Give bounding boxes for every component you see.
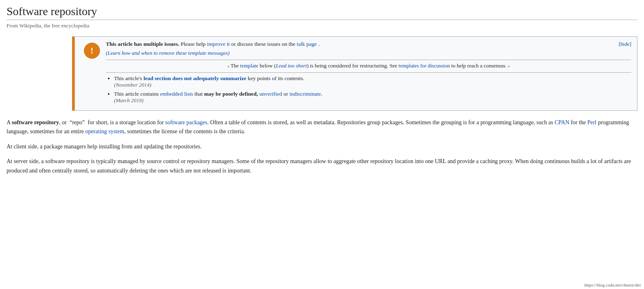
hide-button[interactable]: [hide] [619,41,631,47]
operating-system-link[interactable]: operating system [85,128,124,134]
template-link[interactable]: template [240,63,259,69]
body-paragraph-2: At client side, a package managers help … [7,142,636,151]
notice-header: [hide] This article has multiple issues.… [106,41,631,47]
svg-text:!: ! [90,45,93,56]
notice-middle: or discuss these issues on the [231,41,297,47]
notice-header-after: Please help [181,41,207,47]
talk-link[interactable]: talk page [297,41,317,47]
notice-learn: (Learn how and when to remove these temp… [106,50,631,56]
perl-link[interactable]: Perl [587,119,597,125]
notice-box: ! [hide] This article has multiple issue… [72,36,637,111]
software-packages-link[interactable]: software packages [165,119,207,125]
notice-bullet-2: This article contains embedded lists tha… [114,91,631,104]
bullet2-date: (March 2019) [114,97,631,104]
summarize-link[interactable]: summarize [220,75,246,81]
page-title: Software repository [7,5,637,20]
embedded-lists-link[interactable]: embedded lists [160,91,193,97]
notice-bullets: This article's lead section does not ade… [106,75,631,104]
lead-too-short-link[interactable]: Lead too short [276,63,307,69]
warning-icon: ! [84,43,100,59]
learn-link[interactable]: (Learn how and when to remove these temp… [106,50,230,56]
body-paragraph-1: A software repository, or “repo” for sho… [7,118,636,137]
page-subtitle: From Wikipedia, the free encyclopedia [7,22,637,29]
templates-discussion-link[interactable]: templates for discussion [398,63,450,69]
notice-divider [106,60,631,60]
unverified-link[interactable]: unverified [259,91,282,97]
bullet1-date: (November 2014) [114,82,631,88]
lead-section-link[interactable]: lead section does not adequately [143,75,219,81]
notice-period: . [318,41,320,47]
body-paragraph-3: At server side, a software repository is… [7,157,636,175]
notice-divider2 [106,72,631,73]
cpan-link[interactable]: CPAN [555,119,569,125]
notice-left-bar [72,37,75,110]
notice-template-line: ‹ The template below (Lead too short) is… [106,63,631,69]
notice-bullet-1: This article's lead section does not ade… [114,75,631,88]
improve-link[interactable]: improve it [207,41,230,47]
software-repo-bold: software repository [12,119,59,125]
notice-title: This article has multiple issues. [106,41,179,47]
notice-content: [hide] This article has multiple issues.… [106,41,631,106]
indiscriminate-link[interactable]: indiscriminate [289,91,321,97]
